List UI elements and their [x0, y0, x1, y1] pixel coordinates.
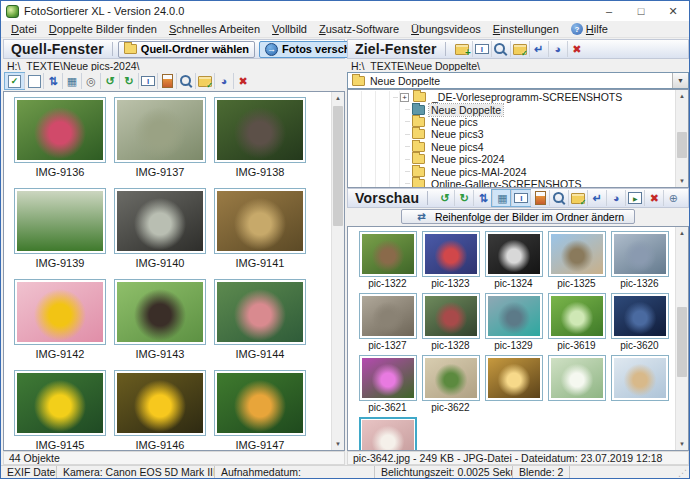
magnifier-icon[interactable] [491, 41, 510, 57]
thumbnails-grid-icon[interactable] [492, 190, 511, 206]
tree-item-neue-pics4[interactable]: Neue pics4 [349, 141, 674, 153]
expand-icon[interactable]: + [400, 93, 409, 102]
menu-item-hilfe[interactable]: Hilfe [565, 21, 614, 37]
thumbnail[interactable] [611, 231, 669, 277]
image-file-icon[interactable] [157, 73, 176, 89]
scroll-up-icon[interactable]: ▲ [676, 90, 688, 102]
thumbnail-cell-img-9143[interactable]: IMG-9143 [110, 279, 210, 361]
thumbnail[interactable] [114, 97, 206, 163]
scroll-down-icon[interactable]: ▼ [332, 438, 344, 450]
thumbnail-cell-img-9137[interactable]: IMG-9137 [110, 97, 210, 179]
tree-item-neue-pics3[interactable]: Neue pics3 [349, 128, 674, 140]
source-scrollbar[interactable]: ▲ ▼ [331, 92, 344, 450]
pie-chart-icon[interactable] [548, 41, 567, 57]
thumbnail-cell-unlabeled[interactable] [608, 355, 671, 414]
thumbnail-cell-pic-1325[interactable]: pic-1325 [545, 231, 608, 290]
thumbnail-cell-img-9141[interactable]: IMG-9141 [210, 188, 310, 270]
tree-item-de-vorleseprogramm-screenshots[interactable]: +_DE-Vorleseprogramm-SCREENSHOTS [349, 91, 674, 103]
tree-item-online-gallery-screenshots[interactable]: Online-Gallery-SCREENSHOTS [349, 178, 674, 188]
rename-icon[interactable] [511, 190, 530, 206]
magnifier-icon[interactable] [176, 73, 195, 89]
thumbnail-cell-img-9146[interactable]: IMG-9146 [110, 370, 210, 451]
thumbnail-cell-img-9138[interactable]: IMG-9138 [210, 97, 310, 179]
chevron-down-icon[interactable]: ▼ [672, 73, 688, 88]
close-x-icon[interactable] [644, 190, 663, 206]
scrollbar-thumb[interactable] [677, 132, 687, 158]
target-folder-combobox[interactable]: Neue Doppelte ▼ [347, 72, 689, 89]
scroll-up-icon[interactable]: ▲ [332, 92, 344, 104]
thumbnail-cell-pic-1327[interactable]: pic-1327 [356, 293, 419, 352]
thumbnail-cell-pic-1329[interactable]: pic-1329 [482, 293, 545, 352]
thumbnail[interactable] [214, 97, 306, 163]
rotate-left-icon[interactable] [435, 190, 454, 206]
menu-item-datei[interactable]: Datei [5, 21, 43, 37]
thumbnail-cell-pic-1322[interactable]: pic-1322 [356, 231, 419, 290]
thumbnail[interactable] [422, 231, 480, 277]
pan-hand-icon[interactable] [663, 190, 682, 206]
thumbnail-cell-img-9142[interactable]: IMG-9142 [10, 279, 110, 361]
pie-chart-icon[interactable] [214, 73, 233, 89]
thumbnail[interactable] [114, 188, 206, 254]
menu-item-vollbild[interactable]: Vollbild [266, 21, 313, 37]
thumbnail[interactable] [548, 355, 606, 401]
thumbnail-cell-pic-1323[interactable]: pic-1323 [419, 231, 482, 290]
thumbnail-cell-img-9139[interactable]: IMG-9139 [10, 188, 110, 270]
close-button[interactable]: ✕ [657, 1, 689, 21]
checkbox-empty-icon[interactable] [24, 73, 43, 89]
scroll-up-icon[interactable]: ▲ [676, 227, 688, 239]
thumbnails-grid-icon[interactable] [62, 73, 81, 89]
close-x-icon[interactable] [233, 73, 252, 89]
menu-item-einstellungen[interactable]: Einstellungen [487, 21, 565, 37]
thumbnail[interactable] [114, 370, 206, 436]
rotate-right-icon[interactable] [454, 190, 473, 206]
reorder-button[interactable]: Reihenfolge der Bilder im Ordner ändern [401, 209, 635, 224]
thumbnail[interactable] [359, 355, 417, 401]
thumbnail-cell-unlabeled[interactable] [482, 355, 545, 414]
thumbnail-cell-pic-1326[interactable]: pic-1326 [608, 231, 671, 290]
thumbnail[interactable] [611, 355, 669, 401]
thumbnail[interactable] [14, 188, 106, 254]
folder-check-icon[interactable] [195, 73, 214, 89]
rename-icon[interactable] [472, 41, 491, 57]
thumbnail-cell-pic-3619[interactable]: pic-3619 [545, 293, 608, 352]
thumbnail[interactable] [548, 293, 606, 339]
menu-item-zusatz-software[interactable]: Zusatz-Software [313, 21, 405, 37]
arrow-return-icon[interactable] [587, 190, 606, 206]
thumbnail[interactable] [422, 355, 480, 401]
thumbnail[interactable] [359, 417, 417, 450]
thumbnail[interactable] [214, 279, 306, 345]
thumbnail-cell-pic-1328[interactable]: pic-1328 [419, 293, 482, 352]
rotate-right-icon[interactable] [119, 73, 138, 89]
minimize-button[interactable]: – [593, 1, 625, 21]
thumbnail-cell-pic-1324[interactable]: pic-1324 [482, 231, 545, 290]
thumbnail[interactable] [14, 370, 106, 436]
thumbnail-cell-img-9147[interactable]: IMG-9147 [210, 370, 310, 451]
thumbnail[interactable] [14, 97, 106, 163]
rename-icon[interactable] [138, 73, 157, 89]
thumbnail[interactable] [359, 293, 417, 339]
menu-item-doppelte-bilder-finden[interactable]: Doppelte Bilder finden [43, 21, 163, 37]
thumbnail-cell-pic-3620[interactable]: pic-3620 [608, 293, 671, 352]
tree-item-neue-pics[interactable]: Neue pics [349, 116, 674, 128]
tree-item-neue-pics-mai-2024[interactable]: Neue pics-MAI-2024 [349, 165, 674, 177]
scrollbar-thumb[interactable] [333, 106, 343, 226]
arrow-return-icon[interactable] [529, 41, 548, 57]
magnifier-icon[interactable] [549, 190, 568, 206]
thumbnail[interactable] [485, 293, 543, 339]
image-file-icon[interactable] [530, 190, 549, 206]
quell-ordner-wählen-button[interactable]: Quell-Ordner wählen [118, 41, 255, 58]
thumbnail[interactable] [14, 279, 106, 345]
tree-item-neue-doppelte[interactable]: Neue Doppelte [349, 103, 674, 115]
thumbnail-cell-img-9145[interactable]: IMG-9145 [10, 370, 110, 451]
scroll-down-icon[interactable]: ▼ [676, 438, 688, 450]
checkbox-checked-icon[interactable] [5, 73, 24, 89]
thumbnail[interactable] [485, 231, 543, 277]
menu-item-schnelles-arbeiten[interactable]: Schnelles Arbeiten [163, 21, 266, 37]
spiral-icon[interactable] [81, 73, 100, 89]
thumbnail[interactable] [485, 355, 543, 401]
tree-scrollbar[interactable]: ▲ ▼ [675, 90, 688, 187]
maximize-button[interactable]: □ [625, 1, 657, 21]
thumbnail[interactable] [548, 231, 606, 277]
tree-item-neue-pics-2024[interactable]: Neue pics-2024 [349, 153, 674, 165]
thumbnail[interactable] [214, 370, 306, 436]
